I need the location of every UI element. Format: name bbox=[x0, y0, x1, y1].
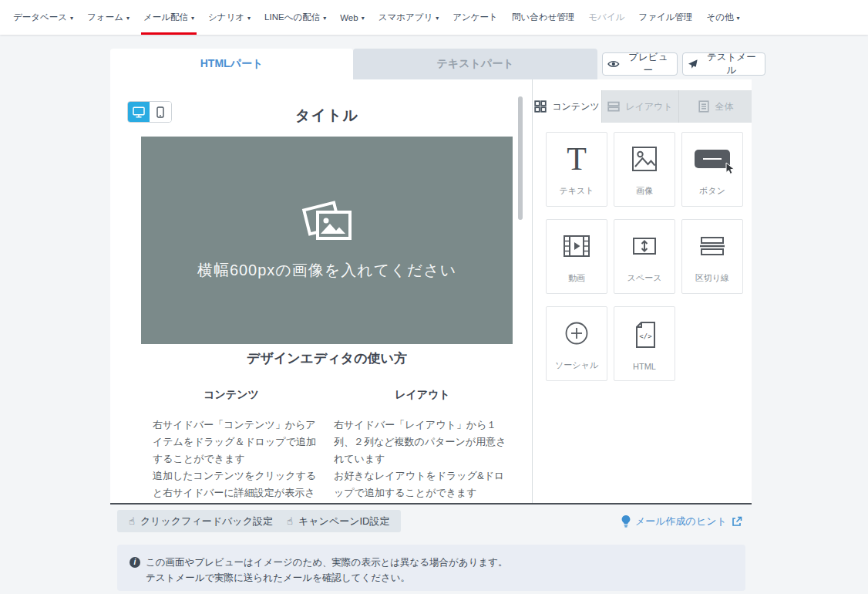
nav-item-scenario[interactable]: シナリオ▾ bbox=[201, 0, 257, 35]
tab-text-part[interactable]: テキストパート bbox=[353, 49, 597, 79]
tab-contents[interactable]: コンテンツ bbox=[533, 90, 602, 123]
page: データベース▾ フォーム▾ メール配信▾ シナリオ▾ LINEへの配信▾ Web… bbox=[0, 0, 868, 594]
caret-down-icon: ▾ bbox=[736, 15, 739, 22]
button-label: キャンペーンID設定 bbox=[298, 515, 390, 528]
click-feedback-settings-button[interactable]: ☝ クリックフィードバック設定 bbox=[117, 510, 284, 532]
nav-item-label: データベース bbox=[13, 12, 67, 23]
sidebar-tabs: コンテンツ レイアウト 全体 bbox=[533, 90, 752, 123]
cursor-icon bbox=[725, 162, 735, 175]
nav-item-inquiry-management[interactable]: 問い合わせ管理 bbox=[505, 0, 581, 35]
space-icon bbox=[614, 220, 675, 272]
paper-plane-icon bbox=[688, 59, 698, 69]
social-icon bbox=[547, 307, 607, 359]
preview-button[interactable]: プレビュー bbox=[602, 52, 678, 76]
text-icon: T bbox=[547, 133, 607, 185]
test-mail-button[interactable]: テストメール bbox=[682, 52, 765, 76]
tab-label: テキストパート bbox=[437, 57, 514, 71]
email-title-block[interactable]: タイトル bbox=[141, 106, 513, 126]
tab-label: コンテンツ bbox=[552, 100, 599, 113]
document-icon bbox=[698, 100, 710, 113]
howto-heading: デザインエディタの使い方 bbox=[141, 349, 513, 367]
rows-icon bbox=[607, 100, 620, 113]
nav-item-line-delivery[interactable]: LINEへの配信▾ bbox=[257, 0, 333, 35]
divider-icon bbox=[682, 220, 742, 272]
content-items-grid: T テキスト 画像 ボタン bbox=[546, 132, 743, 381]
click-hand-icon: ☝ bbox=[129, 515, 135, 527]
content-item-image[interactable]: 画像 bbox=[614, 132, 675, 207]
nav-item-label: ファイル管理 bbox=[638, 12, 692, 23]
scrollbar[interactable] bbox=[518, 96, 523, 220]
nav-item-label: Web bbox=[340, 13, 358, 22]
image-placeholder-block[interactable]: 横幅600pxの画像を入れてください bbox=[141, 137, 513, 344]
tab-html-part[interactable]: HTMLパート bbox=[110, 49, 353, 79]
nav-item-label: メール配信 bbox=[143, 12, 188, 23]
click-hand-icon: ☝ bbox=[287, 515, 293, 527]
content-item-divider[interactable]: 区切り線 bbox=[681, 219, 743, 294]
content-item-social[interactable]: ソーシャル bbox=[546, 306, 607, 381]
eye-icon bbox=[607, 59, 620, 69]
mail-creation-hint-link[interactable]: メール作成のヒント bbox=[621, 515, 742, 528]
paragraph: 追加したコンテンツをクリックすると右サイドバーに詳細設定が表示され、プロパティや… bbox=[153, 467, 321, 503]
content-item-space[interactable]: スペース bbox=[614, 219, 675, 294]
caret-down-icon: ▾ bbox=[247, 15, 251, 22]
nav-item-mail-delivery[interactable]: メール配信▾ bbox=[136, 0, 201, 35]
nav-item-survey[interactable]: アンケート bbox=[446, 0, 505, 35]
grid-icon bbox=[534, 100, 547, 113]
hint-link-label: メール作成のヒント bbox=[635, 515, 727, 528]
tab-layout[interactable]: レイアウト bbox=[602, 90, 679, 123]
preview-disclaimer-notice: i この画面やプレビューはイメージのため、実際の表示とは異なる場合があります。 … bbox=[117, 545, 745, 591]
layout-column-text: 右サイドバー「レイアウト」から１列、２列など複数のパターンが用意されています お… bbox=[332, 417, 513, 503]
notice-line2: テストメールで実際に送られたメールを確認してください。 bbox=[130, 570, 733, 586]
active-nav-underline bbox=[141, 32, 197, 35]
email-editor-canvas: タイトル 横幅600pxの画像を入れてください デザインエディタの使い方 コンテ… bbox=[110, 79, 532, 503]
caret-down-icon: ▾ bbox=[70, 15, 73, 22]
nav-item-form[interactable]: フォーム▾ bbox=[80, 0, 136, 35]
howto-column-headings: コンテンツ レイアウト bbox=[141, 388, 513, 402]
info-icon: i bbox=[130, 557, 140, 568]
lightbulb-icon bbox=[621, 515, 631, 528]
contents-column-text: 右サイドバー「コンテンツ」からアイテムをドラッグ＆ドロップで追加することができま… bbox=[141, 417, 321, 503]
top-nav: データベース▾ フォーム▾ メール配信▾ シナリオ▾ LINEへの配信▾ Web… bbox=[0, 0, 868, 35]
howto-columns: 右サイドバー「コンテンツ」からアイテムをドラッグ＆ドロップで追加することができま… bbox=[141, 417, 513, 503]
nav-item-label: 問い合わせ管理 bbox=[512, 12, 574, 23]
nav-item-label: アンケート bbox=[453, 12, 498, 23]
tab-label: 全体 bbox=[715, 100, 734, 113]
photos-icon bbox=[299, 200, 355, 246]
paragraph: 右サイドバー「コンテンツ」からアイテムをドラッグ＆ドロップで追加することができま… bbox=[153, 417, 321, 467]
content-item-button[interactable]: ボタン bbox=[681, 132, 743, 207]
nav-item-label: LINEへの配信 bbox=[264, 12, 320, 23]
campaign-id-settings-button[interactable]: ☝ キャンペーンID設定 bbox=[275, 510, 401, 532]
content-item-html[interactable]: </> HTML bbox=[614, 306, 675, 381]
nav-item-label: フォーム bbox=[87, 12, 123, 23]
nav-item-label: スマホアプリ bbox=[378, 12, 433, 23]
tab-overall[interactable]: 全体 bbox=[679, 90, 752, 123]
nav-item-database[interactable]: データベース▾ bbox=[6, 0, 80, 35]
content-item-text[interactable]: T テキスト bbox=[546, 132, 607, 207]
contents-column-heading: コンテンツ bbox=[141, 388, 321, 402]
button-icon bbox=[682, 133, 742, 185]
nav-item-label: その他 bbox=[706, 12, 733, 23]
tab-label: HTMLパート bbox=[200, 57, 264, 71]
paragraph: お好きなレイアウトをドラッグ&ドロップで追加することができます bbox=[334, 467, 513, 501]
nav-item-file-management[interactable]: ファイル管理 bbox=[631, 0, 699, 35]
nav-item-web[interactable]: Web▾ bbox=[333, 0, 371, 35]
content-item-video[interactable]: 動画 bbox=[546, 219, 607, 294]
nav-item-label: シナリオ bbox=[208, 12, 244, 23]
preview-button-label: プレビュー bbox=[624, 51, 672, 77]
nav-item-mobile[interactable]: モバイル bbox=[581, 0, 631, 35]
caret-down-icon: ▾ bbox=[436, 15, 439, 22]
caret-down-icon: ▾ bbox=[126, 15, 130, 22]
tab-label: レイアウト bbox=[625, 100, 672, 113]
nav-item-smartphone-app[interactable]: スマホアプリ▾ bbox=[372, 0, 446, 35]
caret-down-icon: ▾ bbox=[323, 15, 326, 22]
html-icon: </> bbox=[614, 307, 675, 362]
placeholder-text: 横幅600pxの画像を入れてください bbox=[197, 260, 456, 281]
editor-panel: タイトル 横幅600pxの画像を入れてください デザインエディタの使い方 コンテ… bbox=[110, 79, 752, 505]
button-label: クリックフィードバック設定 bbox=[140, 515, 273, 528]
nav-item-others[interactable]: その他▾ bbox=[699, 0, 746, 35]
paragraph: 右サイドバー「レイアウト」から１列、２列など複数のパターンが用意されています bbox=[334, 417, 513, 467]
caret-down-icon: ▾ bbox=[362, 15, 365, 22]
test-mail-button-label: テストメール bbox=[703, 51, 760, 77]
notice-line1: この画面やプレビューはイメージのため、実際の表示とは異なる場合があります。 bbox=[146, 555, 508, 570]
sidebar: コンテンツ レイアウト 全体 T テキスト bbox=[532, 79, 752, 503]
